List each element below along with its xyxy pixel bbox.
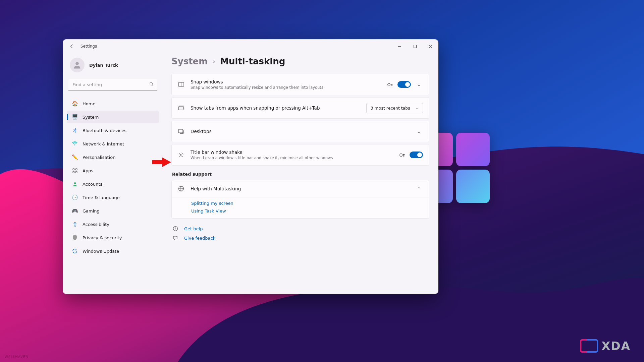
svg-line-5: [152, 85, 154, 86]
chevron-down-icon[interactable]: ⌄: [415, 82, 423, 87]
titlebar: Settings: [63, 40, 438, 53]
svg-rect-9: [75, 171, 77, 173]
close-button[interactable]: [423, 40, 438, 53]
xda-watermark: XDA: [580, 339, 631, 353]
avatar: [70, 58, 85, 72]
sidebar-item-personalisation[interactable]: ✏️Personalisation: [67, 151, 159, 164]
sidebar-item-label: Personalisation: [83, 155, 116, 160]
svg-point-21: [176, 236, 177, 237]
setting-title: Show tabs from apps when snapping or pre…: [191, 105, 360, 111]
sidebar-item-label: Apps: [83, 168, 93, 173]
setting-subtitle: Snap windows to automatically resize and…: [191, 85, 381, 90]
sidebar-item-label: System: [83, 115, 99, 120]
sidebar-item-apps[interactable]: Apps: [67, 164, 159, 177]
setting-title: Title bar window shake: [191, 149, 393, 155]
sidebar-item-bluetooth[interactable]: Bluetooth & devices: [67, 124, 159, 137]
globe-icon: [178, 186, 184, 192]
nav-list: 🏠Home 🖥️System Bluetooth & devices Netwo…: [67, 97, 159, 257]
globe-icon: 🕒: [72, 194, 78, 200]
setting-subtitle: When I grab a window's title bar and sha…: [191, 156, 393, 160]
back-button[interactable]: [69, 44, 74, 49]
toggle-state-label: On: [387, 82, 393, 87]
setting-snap-windows[interactable]: Snap windows Snap windows to automatical…: [171, 74, 429, 95]
gamepad-icon: 🎮: [72, 208, 78, 214]
wifi-icon: [72, 141, 78, 147]
tabs-dropdown[interactable]: 3 most recent tabs ⌄: [366, 103, 423, 113]
shake-icon: [178, 152, 184, 158]
svg-rect-8: [72, 171, 74, 173]
sidebar-item-gaming[interactable]: 🎮Gaming: [67, 204, 159, 217]
sidebar-item-update[interactable]: Windows Update: [67, 245, 159, 257]
chevron-up-icon[interactable]: ⌃: [415, 186, 423, 191]
shake-toggle[interactable]: [410, 152, 423, 158]
profile[interactable]: Dylan Turck: [67, 53, 159, 79]
system-icon: 🖥️: [72, 114, 78, 120]
help-icon: [172, 226, 179, 231]
svg-point-10: [74, 182, 76, 184]
snap-toggle[interactable]: [397, 81, 411, 88]
chevron-down-icon: ⌄: [416, 106, 419, 110]
update-icon: [72, 248, 78, 254]
help-card: Help with Multitasking ⌃ Splitting my sc…: [171, 180, 429, 219]
svg-rect-6: [72, 168, 74, 170]
related-support-heading: Related support: [172, 172, 429, 177]
feedback-icon: [172, 235, 179, 241]
sidebar-item-label: Accounts: [83, 182, 102, 187]
sidebar-item-accounts[interactable]: Accounts: [67, 178, 159, 190]
sidebar-item-system[interactable]: 🖥️System: [67, 111, 159, 123]
svg-point-4: [150, 82, 153, 85]
profile-name: Dylan Turck: [89, 63, 118, 68]
snap-icon: [178, 82, 184, 87]
sidebar-item-label: Privacy & security: [83, 235, 122, 240]
help-link-task-view[interactable]: Using Task View: [191, 208, 423, 214]
content: System › Multi-tasking Snap windows Snap…: [163, 53, 438, 294]
sidebar-item-label: Home: [83, 101, 95, 106]
sidebar-item-time[interactable]: 🕒Time & language: [67, 191, 159, 204]
home-icon: 🏠: [72, 101, 78, 107]
give-feedback-link[interactable]: Give feedback: [184, 236, 215, 241]
maximize-button[interactable]: [407, 40, 423, 53]
setting-title: Snap windows: [191, 79, 381, 84]
chevron-right-icon: ›: [212, 57, 215, 66]
svg-point-11: [74, 222, 75, 223]
sidebar-item-network[interactable]: Network & internet: [67, 137, 159, 150]
tabs-icon: [178, 105, 184, 111]
sidebar-item-label: Network & internet: [83, 141, 124, 146]
settings-window: Settings Dylan Turck 🏠Home �: [63, 39, 438, 294]
bluetooth-icon: [72, 127, 78, 133]
help-link-split-screen[interactable]: Splitting my screen: [191, 201, 423, 206]
sidebar: Dylan Turck 🏠Home 🖥️System Bluetooth & d…: [63, 53, 163, 294]
breadcrumb-parent[interactable]: System: [171, 56, 208, 66]
help-title: Help with Multitasking: [191, 186, 241, 191]
svg-rect-15: [178, 107, 183, 110]
setting-desktops[interactable]: Desktops ⌄: [171, 121, 429, 142]
chevron-down-icon[interactable]: ⌄: [415, 129, 423, 134]
sidebar-item-accessibility[interactable]: Accessibility: [67, 218, 159, 231]
page-title: Multi-tasking: [220, 56, 285, 66]
apps-icon: [72, 168, 78, 174]
setting-show-tabs[interactable]: Show tabs from apps when snapping or pre…: [171, 97, 429, 119]
sidebar-item-home[interactable]: 🏠Home: [67, 97, 159, 110]
toggle-state-label: On: [399, 153, 406, 158]
sidebar-item-label: Bluetooth & devices: [83, 128, 126, 133]
app-title: Settings: [80, 44, 97, 49]
person-icon: [72, 181, 78, 187]
dropdown-value: 3 most recent tabs: [371, 106, 410, 111]
breadcrumb: System › Multi-tasking: [171, 56, 429, 66]
brush-icon: ✏️: [72, 154, 78, 160]
minimize-button[interactable]: [392, 40, 407, 53]
search-icon: [149, 82, 154, 88]
search-input[interactable]: [68, 79, 157, 90]
help-header[interactable]: Help with Multitasking ⌃: [172, 180, 429, 197]
get-help-link[interactable]: Get help: [184, 226, 203, 231]
desktops-icon: [178, 129, 184, 134]
sidebar-item-privacy[interactable]: Privacy & security: [67, 231, 159, 244]
wallhaven-watermark: WALLHAVEN: [5, 355, 29, 359]
setting-title-bar-shake[interactable]: Title bar window shake When I grab a win…: [171, 144, 429, 166]
svg-point-3: [75, 62, 78, 65]
sidebar-item-label: Gaming: [83, 208, 100, 214]
sidebar-item-label: Windows Update: [83, 249, 119, 254]
sidebar-item-label: Accessibility: [83, 222, 109, 227]
svg-rect-2: [414, 45, 416, 48]
svg-rect-7: [75, 168, 77, 170]
